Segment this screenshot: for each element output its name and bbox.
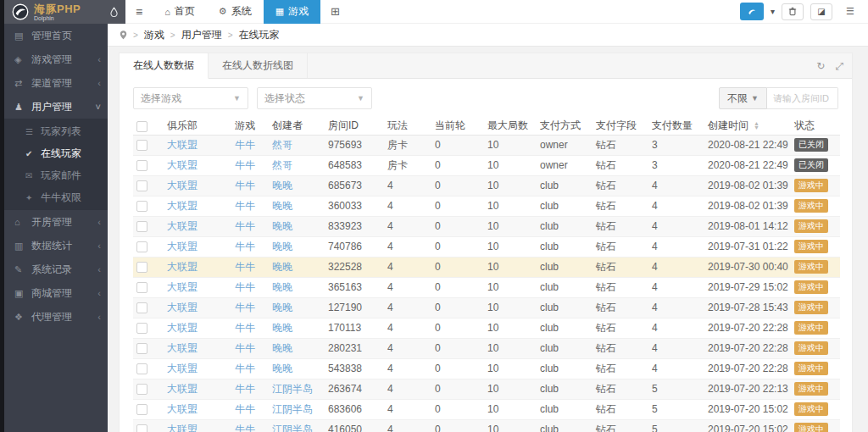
sort-icon[interactable]: ▲▼ (754, 122, 760, 130)
cell-game[interactable]: 牛牛 (231, 155, 269, 175)
sidebar-subitem-玩家列表[interactable]: ☰玩家列表 (0, 120, 108, 142)
cell-game[interactable]: 牛牛 (231, 277, 269, 297)
cell-creator[interactable]: 江阴半岛 (269, 379, 325, 399)
cell-club[interactable]: 大联盟 (164, 155, 231, 175)
cell-club[interactable]: 大联盟 (164, 379, 231, 399)
nav-item-game[interactable]: ▦ 游戏 (264, 0, 320, 24)
cell-club[interactable]: 大联盟 (164, 135, 231, 155)
cell-club[interactable]: 大联盟 (164, 277, 231, 297)
expand-icon[interactable]: ⤢ (835, 60, 843, 72)
nav-item-system[interactable]: ⚙ 系统 (207, 0, 264, 24)
row-checkbox[interactable] (136, 140, 147, 151)
cell-club[interactable]: 大联盟 (164, 175, 231, 196)
tab-online-count-data[interactable]: 在线人数数据 (120, 53, 209, 79)
cell-creator[interactable]: 晚晚 (269, 297, 325, 318)
row-checkbox[interactable] (136, 180, 147, 191)
cell-game[interactable]: 牛牛 (231, 358, 269, 379)
cell-club[interactable]: 大联盟 (164, 419, 231, 432)
trash-button[interactable] (782, 3, 804, 20)
cell-creator[interactable]: 晚晚 (269, 216, 325, 236)
row-checkbox[interactable] (136, 201, 147, 212)
cell-game[interactable]: 牛牛 (231, 419, 269, 432)
dolphin-theme-button[interactable] (740, 3, 764, 20)
row-checkbox[interactable] (136, 241, 147, 252)
cell-game[interactable]: 牛牛 (231, 236, 269, 257)
cell-club[interactable]: 大联盟 (164, 338, 231, 358)
row-checkbox[interactable] (136, 221, 147, 232)
game-select[interactable]: 选择游戏 ▼ (133, 87, 248, 109)
cell-game[interactable]: 牛牛 (231, 196, 269, 216)
cell-creator[interactable]: 然哥 (269, 155, 325, 175)
location-pin-icon (120, 30, 127, 40)
cell-game[interactable]: 牛牛 (231, 379, 269, 399)
cell-club[interactable]: 大联盟 (164, 399, 231, 419)
cell-club[interactable]: 大联盟 (164, 297, 231, 318)
cell-creator[interactable]: 晚晚 (269, 257, 325, 277)
cell-creator[interactable]: 然哥 (269, 135, 325, 155)
sidebar-item-游戏管理[interactable]: ◈游戏管理‹ (0, 47, 108, 71)
row-checkbox[interactable] (136, 384, 147, 395)
caret-down-icon[interactable]: ▾ (771, 7, 775, 16)
row-checkbox[interactable] (136, 404, 147, 415)
row-checkbox[interactable] (136, 160, 147, 171)
cell-game[interactable]: 牛牛 (231, 399, 269, 419)
cell-game[interactable]: 牛牛 (231, 338, 269, 358)
row-checkbox[interactable] (136, 363, 147, 374)
refresh-icon[interactable]: ↻ (816, 60, 825, 72)
cell-game[interactable]: 牛牛 (231, 297, 269, 318)
room-id-input[interactable] (767, 87, 838, 109)
sidebar-subitem-玩家邮件[interactable]: ✉玩家邮件 (0, 164, 108, 186)
cell-creator[interactable]: 晚晚 (269, 318, 325, 338)
row-checkbox[interactable] (136, 302, 147, 313)
cell-creator[interactable]: 晚晚 (269, 358, 325, 379)
sidebar-item-数据统计[interactable]: ▥数据统计‹ (0, 234, 108, 258)
cell-club[interactable]: 大联盟 (164, 358, 231, 379)
cell-club[interactable]: 大联盟 (164, 216, 231, 236)
sidebar-item-渠道管理[interactable]: ⇄渠道管理‹ (0, 71, 108, 95)
apps-grid-icon[interactable]: ⊞ (320, 5, 350, 18)
nav-item-home[interactable]: ⌂ 首页 (153, 0, 207, 24)
cell-club[interactable]: 大联盟 (164, 318, 231, 338)
hamburger-icon[interactable]: ≡ (125, 5, 153, 19)
cell-game[interactable]: 牛牛 (231, 257, 269, 277)
cell-club[interactable]: 大联盟 (164, 257, 231, 277)
sidebar-item-开房管理[interactable]: ⌂开房管理‹ (0, 210, 108, 234)
cell-creator[interactable]: 江阴半岛 (269, 419, 325, 432)
cell-game[interactable]: 牛牛 (231, 175, 269, 196)
row-checkbox[interactable] (136, 343, 147, 354)
sidebar-subitem-在线玩家[interactable]: ✔在线玩家 (0, 142, 108, 164)
sidebar-item-代理管理[interactable]: ❖代理管理‹ (0, 305, 108, 329)
scope-filter-button[interactable]: 不限 ▼ (719, 87, 767, 109)
row-checkbox[interactable] (136, 262, 147, 273)
breadcrumb-item-game[interactable]: 游戏 (144, 28, 164, 42)
cell-club[interactable]: 大联盟 (164, 196, 231, 216)
cell-game[interactable]: 牛牛 (231, 216, 269, 236)
status-select[interactable]: 选择状态 ▼ (257, 87, 372, 109)
sidebar-item-管理首页[interactable]: ▤管理首页 (0, 24, 108, 47)
tab-online-count-chart[interactable]: 在线人数折线图 (209, 53, 308, 78)
cell-game[interactable]: 牛牛 (231, 318, 269, 338)
sidebar-item-用户管理[interactable]: ♟用户管理˅ (0, 95, 108, 119)
breadcrumb-item-online-players[interactable]: 在线玩家 (239, 28, 280, 42)
image-adjust-button[interactable]: ◪ (810, 3, 832, 20)
cell-club[interactable]: 大联盟 (164, 236, 231, 257)
sidebar-item-系统记录[interactable]: ✎系统记录‹ (0, 258, 108, 281)
cell-game[interactable]: 牛牛 (231, 135, 269, 155)
list-button[interactable]: ☰ (839, 3, 861, 20)
cell-creator[interactable]: 晚晚 (269, 277, 325, 297)
sidebar-item-商城管理[interactable]: ▣商城管理‹ (0, 281, 108, 305)
droplet-icon[interactable] (110, 7, 118, 17)
cell-creator[interactable]: 晚晚 (269, 175, 325, 196)
sidebar-subitem-牛牛权限[interactable]: ✦牛牛权限 (0, 186, 108, 208)
cell-creator[interactable]: 晚晚 (269, 196, 325, 216)
row-checkbox[interactable] (136, 424, 147, 432)
cell-created_at: 2019-07-20 22:28 (704, 358, 791, 379)
column-header-创建时间[interactable]: 创建时间▲▼ (704, 118, 791, 135)
row-checkbox[interactable] (136, 323, 147, 334)
cell-creator[interactable]: 晚晚 (269, 338, 325, 358)
select-all-checkbox[interactable] (136, 121, 147, 132)
cell-creator[interactable]: 江阴半岛 (269, 399, 325, 419)
breadcrumb-item-user-mgmt[interactable]: 用户管理 (181, 28, 222, 42)
row-checkbox[interactable] (136, 282, 147, 293)
cell-creator[interactable]: 晚晚 (269, 236, 325, 257)
